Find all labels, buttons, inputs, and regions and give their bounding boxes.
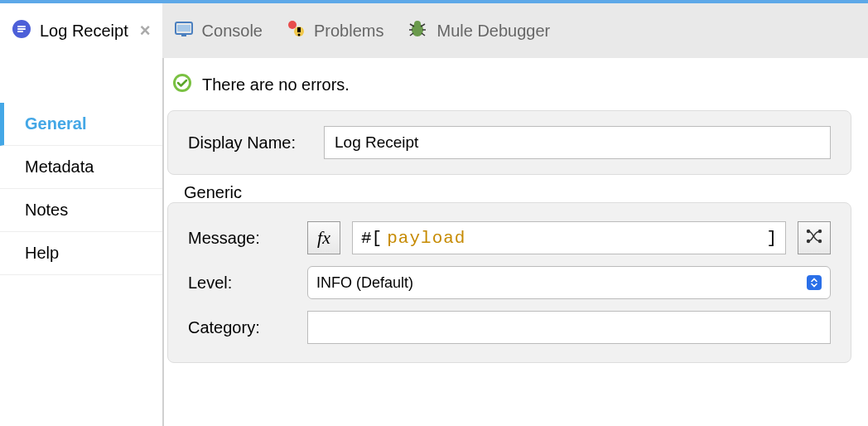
close-icon[interactable]: × [140, 20, 151, 41]
svg-rect-2 [17, 28, 26, 30]
status-row: There are no errors. [167, 68, 851, 110]
level-select[interactable]: INFO (Default) [307, 266, 831, 299]
generic-section-label: Generic [184, 183, 242, 202]
content-area: General Metadata Notes Help There are no… [0, 58, 868, 426]
tab-log-receipt[interactable]: Log Receipt × [0, 3, 162, 58]
tab-label: Problems [314, 22, 383, 41]
main-panel: There are no errors. Display Name: Gener… [162, 58, 868, 426]
tab-bar: Log Receipt × Console Problems [0, 0, 868, 58]
message-expression-input[interactable]: #[ payload ] [352, 221, 786, 254]
svg-rect-5 [177, 25, 190, 31]
svg-line-17 [410, 33, 413, 36]
svg-point-12 [414, 21, 421, 27]
tab-label: Log Receipt [40, 22, 128, 41]
dataweave-graph-button[interactable] [798, 221, 831, 254]
ok-icon [172, 73, 192, 97]
level-label: Level: [188, 274, 296, 293]
log-component-icon [12, 19, 31, 43]
expr-prefix: #[ [361, 229, 382, 248]
message-label: Message: [188, 229, 296, 248]
category-input[interactable] [307, 311, 831, 344]
svg-line-18 [422, 33, 425, 36]
tab-console[interactable]: Console [162, 3, 274, 58]
svg-point-7 [288, 21, 297, 29]
sidebar-item-metadata[interactable]: Metadata [0, 146, 162, 189]
sidebar-item-label: General [25, 114, 86, 133]
sidebar-item-help[interactable]: Help [0, 232, 162, 275]
generic-section: Message: fx #[ payload ] [167, 202, 851, 363]
svg-rect-3 [17, 31, 23, 32]
sidebar-item-notes[interactable]: Notes [0, 189, 162, 232]
tab-label: Mule Debugger [436, 22, 550, 41]
sidebar-item-label: Metadata [25, 157, 94, 176]
tab-mule-debugger[interactable]: Mule Debugger [395, 3, 562, 58]
tab-label: Console [202, 22, 263, 41]
svg-point-10 [298, 33, 301, 36]
tab-problems[interactable]: Problems [274, 3, 395, 58]
svg-rect-6 [181, 34, 186, 36]
chevron-updown-icon [807, 275, 822, 290]
fx-button[interactable]: fx [307, 221, 340, 254]
category-label: Category: [188, 318, 296, 337]
level-selected-value: INFO (Default) [316, 274, 413, 292]
sidebar-item-general[interactable]: General [0, 103, 162, 146]
status-message: There are no errors. [202, 75, 350, 94]
debugger-icon [407, 19, 428, 43]
graph-icon [804, 226, 824, 250]
expr-suffix: ] [766, 229, 777, 248]
display-name-label: Display Name: [188, 133, 312, 152]
svg-rect-1 [17, 26, 26, 27]
svg-rect-9 [297, 27, 301, 32]
problems-icon [286, 19, 306, 43]
sidebar: General Metadata Notes Help [0, 58, 162, 426]
display-name-section: Display Name: [167, 110, 851, 175]
expr-value: payload [387, 229, 465, 248]
display-name-input[interactable] [324, 126, 831, 159]
fx-label: fx [317, 227, 330, 249]
sidebar-item-label: Help [25, 244, 59, 262]
sidebar-item-label: Notes [25, 201, 68, 219]
console-icon [174, 19, 194, 43]
